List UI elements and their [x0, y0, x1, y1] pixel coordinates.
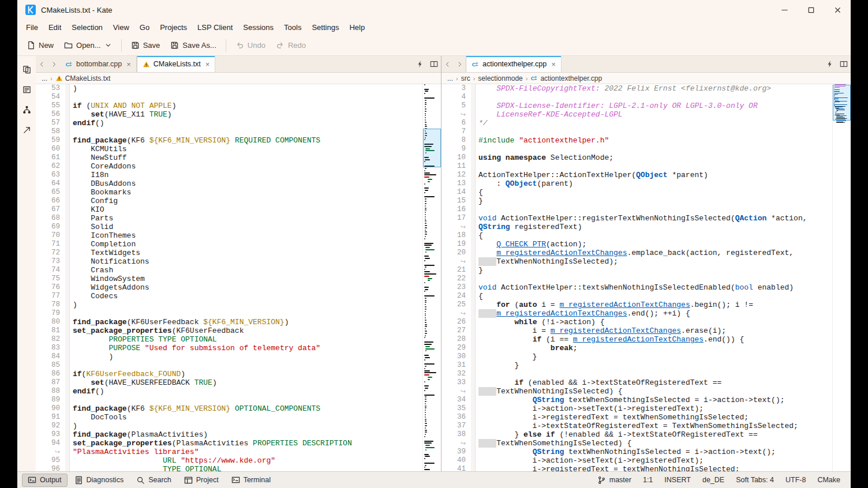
close-button[interactable] — [824, 0, 851, 20]
code-line: } else if (!enabled && i->textStateOfReg… — [478, 430, 832, 439]
statusbar-1-1[interactable]: 1:1 — [637, 474, 659, 486]
menu-go[interactable]: Go — [134, 21, 155, 34]
maximize-button[interactable] — [798, 0, 824, 20]
editor[interactable]: 5354555657585960616263646566676869707172… — [36, 84, 441, 471]
breadcrumb-actiontexthelper-cpp[interactable]: C++actiontexthelper.cpp — [530, 74, 602, 82]
statusbar-utf-8[interactable]: UTF-8 — [780, 474, 811, 486]
statusbar-search-button[interactable]: Search — [130, 474, 177, 487]
menu-sessions[interactable]: Sessions — [238, 21, 279, 34]
breadcrumb-cmakelists-txt[interactable]: CMakeLists.txt — [55, 74, 111, 82]
minimap-line — [425, 328, 426, 329]
new-button[interactable]: New — [22, 38, 58, 52]
chevron-left-icon — [39, 61, 45, 67]
menu-view[interactable]: View — [108, 21, 134, 34]
statusbar-master[interactable]: master — [592, 474, 637, 486]
split-view-button[interactable] — [427, 56, 441, 72]
undo-button[interactable]: Undo — [231, 38, 270, 52]
chevron-right-icon — [51, 61, 57, 67]
menu-settings[interactable]: Settings — [306, 21, 344, 34]
menu-file[interactable]: File — [21, 21, 43, 34]
menu-edit[interactable]: Edit — [43, 21, 66, 34]
breadcrumb-root[interactable]: ... — [447, 74, 453, 82]
editor[interactable]: 345↪67891011121314151617↪181920↪21222324… — [442, 84, 851, 471]
statusbar-value: de_DE — [702, 476, 724, 484]
statusbar-insert[interactable]: INSERT — [659, 474, 697, 486]
minimap-scrollbar[interactable] — [832, 84, 851, 471]
breadcrumb-root[interactable]: ... — [42, 74, 47, 82]
toolview-git-button[interactable] — [20, 103, 33, 116]
minimap-line — [425, 350, 426, 351]
save-button[interactable]: Save — [126, 38, 165, 52]
menu-projects[interactable]: Projects — [155, 21, 192, 34]
minimap-line — [424, 265, 435, 266]
menu-tools[interactable]: Tools — [279, 21, 306, 34]
open-button[interactable]: Open... — [59, 38, 117, 52]
minimap-line — [425, 414, 426, 415]
quick-open-button[interactable] — [413, 56, 427, 72]
minimap-line — [424, 370, 430, 371]
tab-actiontexthelper-cpp[interactable]: C++actiontexthelper.cpp× — [466, 56, 562, 72]
statusbar-de-de[interactable]: de_DE — [697, 474, 730, 486]
tab-cmakelists-txt[interactable]: CMakeLists.txt× — [137, 56, 216, 72]
code-area[interactable]: )if (UNIX AND NOT APPLE) set(HAVE_X11 TR… — [70, 84, 422, 471]
minimap-line — [425, 220, 426, 222]
tab-close-icon[interactable]: × — [551, 61, 556, 68]
list-icon — [23, 85, 31, 94]
tab-close-icon[interactable]: × — [205, 61, 210, 68]
minimap-scrollbar[interactable] — [422, 84, 441, 471]
statusbar-cmake[interactable]: CMake — [811, 474, 846, 486]
code-line: find_package(KF6UserFeedback ${KF6_MIN_V… — [73, 318, 422, 326]
minimap-line — [424, 291, 425, 292]
minimap-line — [425, 406, 426, 407]
statusbar-output-button[interactable]: Output — [22, 474, 68, 487]
breadcrumb-selectionmode[interactable]: selectionmode — [478, 74, 522, 82]
code-line: for (auto i = m_registeredActionTextChan… — [478, 301, 832, 309]
menu-selection[interactable]: Selection — [66, 21, 107, 34]
statusbar-project-button[interactable]: Project — [178, 474, 225, 487]
tab-close-icon[interactable]: × — [126, 61, 131, 68]
line-number: 13 — [442, 179, 466, 188]
code-line — [478, 93, 832, 102]
tab-bottombar-cpp[interactable]: C++bottombar.cpp× — [60, 56, 137, 72]
minimap-line — [425, 117, 426, 118]
jump-icon — [23, 126, 31, 134]
redo-button[interactable]: Redo — [271, 38, 310, 52]
quick-open-button[interactable] — [823, 56, 837, 72]
minimap-line — [425, 427, 426, 429]
statusbar-terminal-button[interactable]: Terminal — [226, 474, 276, 487]
line-number: 75 — [36, 275, 60, 283]
code-area[interactable]: SPDX-FileCopyrightText: 2022 Felix Ernst… — [476, 84, 832, 471]
toolview-documents-button[interactable] — [20, 63, 33, 76]
statusbar-soft-tabs-4[interactable]: Soft Tabs: 4 — [730, 474, 780, 486]
code-line: Completion — [73, 240, 422, 249]
statusbar-diagnostics-button[interactable]: Diagnostics — [69, 474, 130, 487]
save-as-button[interactable]: Save As... — [166, 38, 221, 52]
toolview-filesystem-button[interactable] — [20, 83, 33, 96]
code-line: #include "actiontexthelper.h" — [478, 136, 832, 145]
line-number: 30 — [442, 352, 466, 361]
minimize-button[interactable] — [771, 0, 798, 20]
tab-scroll-left-button[interactable] — [36, 56, 48, 72]
toolview-symbols-button[interactable] — [20, 123, 33, 136]
code-line: LicenseRef-KDE-Accepted-LGPL — [478, 110, 832, 119]
code-line: Notifications — [73, 257, 422, 266]
tab-scroll-right-button[interactable] — [454, 56, 466, 72]
breadcrumb-src[interactable]: src — [461, 74, 470, 82]
split-view-button[interactable] — [837, 56, 851, 72]
menu-help[interactable]: Help — [344, 21, 370, 34]
minimap-viewport[interactable] — [423, 129, 441, 167]
minimap-line — [425, 227, 427, 228]
minimap-line — [425, 168, 426, 169]
menu-lsp-client[interactable]: LSP Client — [192, 21, 238, 34]
code-line: void ActionTextHelper::registerTextWhenN… — [478, 214, 832, 223]
wrap-marker: ↪ — [442, 439, 466, 448]
minimap-line — [425, 115, 426, 116]
code-line: endif() — [73, 119, 422, 127]
tab-scroll-left-button[interactable] — [442, 56, 454, 72]
status-views: OutputDiagnosticsSearchProjectTerminal — [22, 474, 276, 487]
minimap-viewport[interactable] — [833, 85, 851, 121]
tab-scroll-right-button[interactable] — [48, 56, 60, 72]
minimap-line — [425, 126, 427, 127]
minimap-line — [424, 170, 425, 171]
minimap-line — [424, 97, 435, 99]
